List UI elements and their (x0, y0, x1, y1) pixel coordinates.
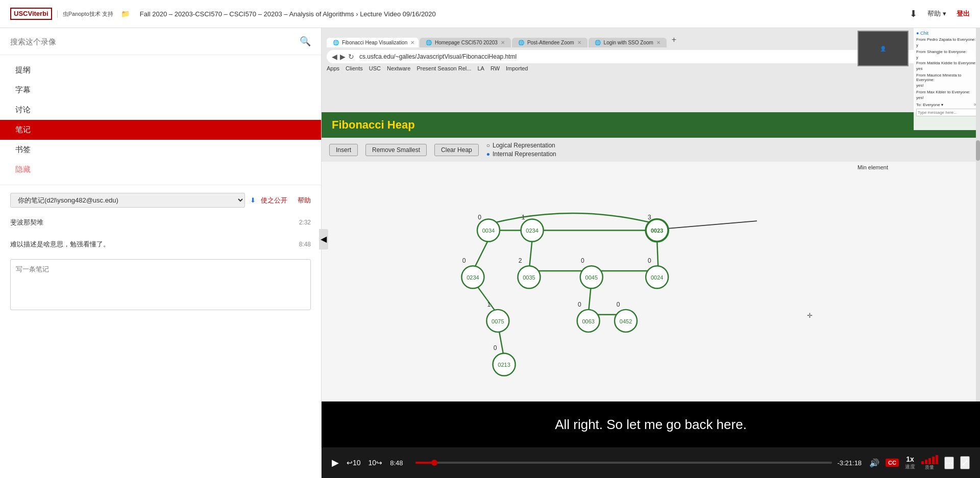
quality-bar-5 (936, 455, 938, 464)
sidebar-item-bookmarks[interactable]: 书签 (0, 140, 321, 160)
logical-radio[interactable]: ○ Logical Representation (486, 142, 556, 149)
play-button[interactable]: ▶ (332, 457, 339, 468)
svg-text:0: 0 (617, 301, 620, 308)
download-icon[interactable]: ⬇ (910, 8, 917, 19)
notes-help-button[interactable]: 帮助 (298, 196, 311, 205)
browser-tab-fibonacci[interactable]: 🌐 Fibonacci Heap Visualization ✕ (327, 38, 419, 47)
fibonacci-heap-content: Fibonacci Heap Insert Remove Smallest Cl… (322, 112, 980, 401)
forward-10-button[interactable]: 10↪ (369, 459, 383, 467)
scrollbar-thumb[interactable] (976, 140, 980, 161)
notes-public-button[interactable]: 使之公开 (261, 196, 287, 205)
search-icon[interactable]: 🔍 (300, 36, 311, 47)
chat-header: ● Chit (916, 31, 977, 36)
chat-to-label: To: Everyone ▾ (916, 103, 972, 107)
webcam-overlay: 👤 (857, 31, 909, 66)
bookmark-rw[interactable]: RW (491, 65, 500, 71)
sidebar-collapse-button[interactable]: ◀ (319, 229, 328, 249)
new-tab-button[interactable]: + (668, 35, 680, 44)
tab-close-homepage[interactable]: ✕ (501, 40, 505, 45)
notes-top-row: 你的笔记(d2l\ysong482@usc.edu) ⬇ 使之公开 帮助 (10, 193, 311, 208)
logical-label: Logical Representation (493, 142, 555, 149)
current-time: 8:48 (390, 459, 410, 467)
svg-text:0: 0 (648, 257, 651, 264)
tab-close-zoom2[interactable]: ✕ (656, 40, 660, 45)
browser-tab-zoom1[interactable]: 🌐 Post-Attendee Zoom ✕ (512, 38, 587, 47)
fibonacci-controls: Insert Remove Smallest Clear Heap ○ Logi… (322, 138, 980, 162)
help-button[interactable]: 帮助 ▾ (927, 9, 946, 18)
browser-tab-homepage[interactable]: 🌐 Homepage CSCI570 20203 ✕ (420, 38, 511, 47)
chat-input-row: To: Everyone ▾ ✉ (916, 103, 977, 107)
sidebar-item-hide[interactable]: 隐藏 (0, 160, 321, 180)
tab-close-zoom1[interactable]: ✕ (577, 40, 581, 45)
insert-button[interactable]: Insert (329, 144, 358, 156)
forward-icon[interactable]: ▶ (340, 53, 346, 61)
svg-text:0: 0 (494, 344, 497, 351)
sidebar-item-captions[interactable]: 字幕 (0, 80, 321, 100)
nav-tabs: 提纲 字幕 讨论 笔记 书签 隐藏 (0, 55, 321, 185)
bookmark-apps[interactable]: Apps (327, 65, 339, 71)
note-item-2: 难以描述是啥意思，勉强看懂了。 8:48 (10, 237, 311, 251)
usc-viterbi-logo: USCViterbi (10, 8, 52, 20)
note-time-1: 2:32 (299, 219, 311, 226)
chat-input[interactable] (916, 109, 977, 116)
volume-button[interactable]: 🔊 (869, 458, 879, 468)
speed-value: 1x (905, 455, 915, 463)
internal-label: Internal Representation (493, 150, 556, 158)
svg-text:2: 2 (519, 257, 522, 264)
refresh-icon[interactable]: ↻ (348, 53, 354, 61)
svg-text:0045: 0045 (585, 274, 598, 281)
bookmark-clients[interactable]: Clients (346, 65, 363, 71)
main-layout: 🔍 提纲 字幕 讨论 笔记 书签 隐藏 你的笔记(d2l\ysong482@us… (0, 28, 980, 478)
quality-control[interactable]: 质量 (921, 455, 938, 471)
notes-download-icon[interactable]: ⬇ (250, 196, 256, 204)
chat-msg-7: From Maurice Minesta to Everyone: (916, 73, 977, 82)
rewind-10-button[interactable]: ↩10 (347, 459, 361, 467)
quality-bar-2 (925, 460, 927, 464)
clear-heap-button[interactable]: Clear Heap (434, 144, 479, 156)
note-input[interactable] (10, 259, 311, 310)
svg-text:0452: 0452 (620, 318, 632, 324)
page-scrollbar[interactable] (976, 28, 980, 401)
quality-bars (921, 455, 938, 464)
remove-smallest-button[interactable]: Remove Smallest (365, 144, 427, 156)
chat-overlay: ● Chit From Pedro Zapata to Everyone: y … (914, 28, 980, 130)
sidebar-item-outline[interactable]: 提纲 (0, 60, 321, 80)
svg-text:3: 3 (648, 214, 651, 221)
internal-radio[interactable]: ● Internal Representation (486, 150, 556, 158)
more-options-button[interactable]: ··· (944, 457, 954, 469)
bookmark-la[interactable]: LA (477, 65, 484, 71)
notes-user-select[interactable]: 你的笔记(d2l\ysong482@usc.edu) (10, 193, 245, 208)
cc-button[interactable]: CC (886, 459, 899, 467)
browser-screenshot: 🌐 Fibonacci Heap Visualization ✕ 🌐 Homep… (322, 28, 980, 401)
progress-bar[interactable] (415, 462, 832, 464)
representation-radio-group: ○ Logical Representation ● Internal Repr… (486, 142, 556, 158)
bookmark-imported[interactable]: Imported (506, 65, 528, 71)
chat-msg-2: y (916, 43, 977, 47)
subtitle-bar: All right. So let me go back here. (322, 401, 980, 447)
svg-text:0234: 0234 (467, 274, 479, 281)
svg-text:0: 0 (478, 214, 481, 221)
logout-button[interactable]: 登出 (957, 9, 970, 18)
video-area: 🌐 Fibonacci Heap Visualization ✕ 🌐 Homep… (322, 28, 980, 478)
fibonacci-header: Fibonacci Heap (322, 112, 980, 138)
speed-control[interactable]: 1x 速度 (905, 455, 915, 470)
bookmark-nextware[interactable]: Nextware (387, 65, 410, 71)
browser-tab-zoom2[interactable]: 🌐 Login with SSO Zoom ✕ (589, 38, 667, 47)
bookmark-present[interactable]: Present Season Rel... (416, 65, 471, 71)
sidebar-item-discussion[interactable]: 讨论 (0, 100, 321, 120)
quality-bar-3 (928, 458, 931, 464)
search-input[interactable] (10, 37, 300, 46)
video-content: 🌐 Fibonacci Heap Visualization ✕ 🌐 Homep… (322, 28, 980, 401)
fibonacci-title: Fibonacci Heap (332, 118, 415, 132)
back-icon[interactable]: ◀ (332, 53, 337, 61)
note-time-2: 8:48 (299, 241, 311, 248)
svg-text:0035: 0035 (523, 274, 535, 281)
sidebar-item-notes[interactable]: 笔记 (0, 120, 321, 140)
quality-bar-1 (921, 461, 924, 464)
sidebar: 🔍 提纲 字幕 讨论 笔记 书签 隐藏 你的笔记(d2l\ysong482@us… (0, 28, 322, 478)
top-bar: USCViterbi 虫Panopto技术 支持 📁 Fall 2020 – 2… (0, 0, 980, 28)
quality-label: 质量 (921, 464, 938, 471)
tab-close-fibonacci[interactable]: ✕ (410, 40, 414, 45)
expand-button[interactable]: ⤢ (960, 456, 970, 469)
bookmark-usc[interactable]: USC (369, 65, 381, 71)
